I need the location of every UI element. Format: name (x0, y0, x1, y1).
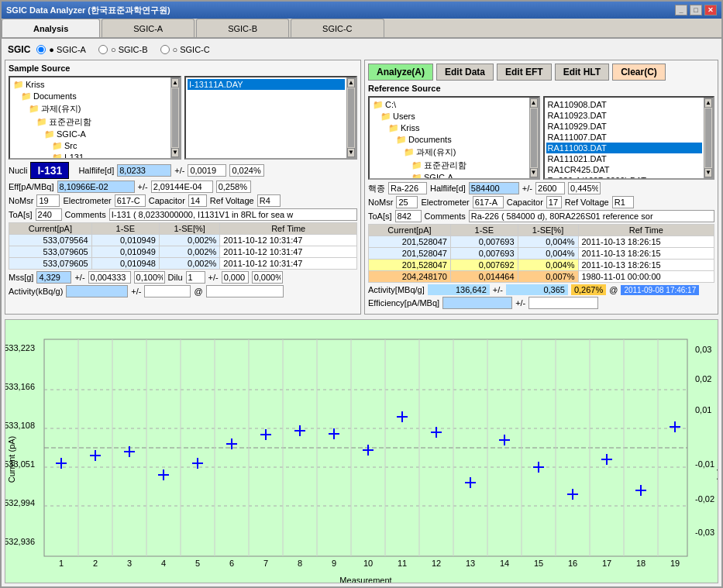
eff-se-input[interactable] (151, 181, 213, 193)
ref-scrollbar-up[interactable]: ▲ (530, 98, 538, 108)
ref-file-item[interactable]: RA110908.DAT (546, 99, 703, 110)
eff-input[interactable] (57, 181, 135, 193)
tree-item[interactable]: 📁SGIC-A (12, 129, 169, 140)
ref-tree-item[interactable]: 📁Documents (371, 134, 528, 146)
ref-file-scrollbar-thumb[interactable] (705, 108, 711, 167)
ref-file-item-selected[interactable]: RA111003.DAT (546, 143, 703, 153)
ref-tree-item[interactable]: 📁Users (371, 111, 528, 122)
ref-tree-item[interactable]: 📁Kriss (371, 122, 528, 134)
tree-item[interactable]: 📁Src (12, 140, 169, 152)
tree-item[interactable]: 📁Kriss (12, 79, 169, 91)
ref-electrometer-input[interactable] (473, 196, 504, 208)
eff-pct-input[interactable] (216, 181, 251, 193)
efficiency-label: Efficiency[pA/MBq] (368, 298, 439, 308)
ref-toa-input[interactable] (395, 210, 422, 222)
svg-text:12: 12 (432, 559, 441, 568)
dilu-input[interactable] (186, 271, 205, 284)
activity-pm-input[interactable] (144, 285, 191, 297)
activity-input[interactable] (66, 285, 128, 297)
ref-tree-item[interactable]: 📁SGIC-A (371, 172, 528, 178)
dilu-se-input[interactable] (222, 271, 249, 284)
analyze-button[interactable]: Analyze(A) (368, 64, 433, 81)
scrollbar-up[interactable]: ▲ (171, 78, 179, 88)
ref-scrollbar-thumb[interactable] (531, 108, 537, 167)
edit-eft-button[interactable]: Edit EFT (497, 64, 552, 81)
ref-halflife-pm: +/- (522, 184, 532, 193)
edit-data-button[interactable]: Edit Data (436, 64, 494, 81)
scrollbar-down[interactable]: ▼ (171, 148, 179, 157)
ref-file-item[interactable]: RA111021.DAT (546, 153, 703, 164)
svg-text:Current (pA): Current (pA) (7, 436, 16, 483)
ref-refvoltage-label: Ref Voltage (565, 198, 609, 207)
ref-file-scrollbar-up[interactable]: ▲ (704, 98, 712, 108)
refvoltage-input[interactable] (257, 194, 281, 207)
ref-halflife-pct-input[interactable] (568, 182, 601, 194)
eff-label: Eff[pA/MBq] (9, 182, 54, 191)
tree-item[interactable]: 📁I-131 (12, 152, 169, 158)
ref-tree-item[interactable]: 📁과제(유지) (371, 146, 528, 159)
halflife-input[interactable] (117, 164, 171, 177)
capacitor-input[interactable] (188, 194, 207, 207)
ref-file-item[interactable]: Ra226-A(1997-2006).DAT (546, 175, 703, 178)
scrollbar-up[interactable]: ▲ (347, 78, 355, 88)
svg-text:19: 19 (670, 559, 680, 568)
comments-input[interactable] (109, 208, 357, 221)
scrollbar-thumb[interactable] (172, 88, 178, 147)
halflife-pct-input[interactable] (229, 164, 264, 177)
efficiency-input[interactable] (442, 297, 512, 309)
scrollbar-thumb[interactable] (348, 88, 354, 147)
activity-at-input[interactable] (206, 285, 284, 297)
svg-text:3: 3 (127, 559, 132, 568)
ref-halflife-input[interactable] (469, 182, 519, 194)
isotope-input[interactable] (388, 182, 427, 194)
chart-area: 533,223 533,166 533,108 533,051 532,994 … (5, 319, 718, 583)
file-item-selected[interactable]: I-13111A.DAY (188, 79, 345, 90)
window-controls: _ □ ✕ (675, 5, 717, 15)
ref-scrollbar-down[interactable]: ▼ (530, 168, 538, 177)
radio-sgic-b[interactable]: ○ SGIC-B (98, 45, 148, 54)
ref-file-item[interactable]: RA110929.DAT (546, 121, 703, 132)
ref-file-item[interactable]: RA111007.DAT (546, 132, 703, 143)
ref-file-item[interactable]: RA110923.DAT (546, 110, 703, 121)
close-button[interactable]: ✕ (704, 5, 717, 15)
svg-text:6: 6 (229, 559, 234, 568)
ref-tree-item[interactable]: 📁표준관리함 (371, 159, 528, 172)
ref-tree-item[interactable]: 📁C:\ (371, 99, 528, 111)
scrollbar-down[interactable]: ▼ (347, 148, 355, 157)
ref-refvoltage-input[interactable] (612, 196, 634, 208)
tab-sgic-a[interactable]: SGIC-A (102, 19, 195, 37)
tab-sgic-b[interactable]: SGIC-B (196, 19, 289, 37)
radio-sgic-c[interactable]: ○ SGIC-C (160, 45, 210, 54)
efficiency-se-input[interactable] (528, 297, 598, 309)
ref-nomsr-input[interactable] (396, 196, 418, 208)
maximize-button[interactable]: □ (690, 5, 702, 15)
clear-button[interactable]: Clear(C) (612, 64, 666, 81)
tree-item[interactable]: 📁표준관리함 (12, 115, 169, 129)
svg-text:0,02: 0,02 (695, 374, 711, 383)
tree-item[interactable]: 📁Documents (12, 91, 169, 102)
ref-capacitor-input[interactable] (546, 196, 562, 208)
dilu-pct-input[interactable] (252, 271, 283, 284)
electrometer-input[interactable] (115, 194, 146, 207)
ref-comments-input[interactable] (469, 210, 714, 222)
minimize-button[interactable]: _ (675, 5, 687, 15)
ref-table-row: 201,5280470,0076920,004%2011-10-13 18:26… (369, 260, 714, 271)
mss-se-input[interactable] (88, 271, 131, 284)
tree-item[interactable]: 📁과제(유지) (12, 102, 169, 115)
ref-halflife-se-input[interactable] (535, 182, 565, 194)
radio-sgic-a[interactable]: ● SGIC-A (36, 45, 86, 54)
tab-analysis[interactable]: Analysis (2, 19, 100, 37)
edit-hlt-button[interactable]: Edit HLT (555, 64, 609, 81)
svg-text:532,936: 532,936 (5, 537, 35, 546)
toa-input[interactable] (36, 208, 62, 221)
svg-text:11: 11 (398, 559, 407, 568)
mss-pct-input[interactable] (134, 271, 165, 284)
ref-file-item[interactable]: RA1CR425.DAT (546, 164, 703, 175)
svg-text:532,994: 532,994 (5, 498, 35, 507)
tab-sgic-c[interactable]: SGIC-C (291, 19, 384, 37)
mss-input[interactable] (36, 271, 71, 284)
ref-file-scrollbar-down[interactable]: ▼ (704, 168, 712, 177)
ref-table-row-orange: 204,2481700,0144640,007%1980-11-01 00:00… (369, 271, 714, 283)
halflife-se-input[interactable] (188, 164, 226, 177)
nomsr-input[interactable] (36, 194, 60, 207)
